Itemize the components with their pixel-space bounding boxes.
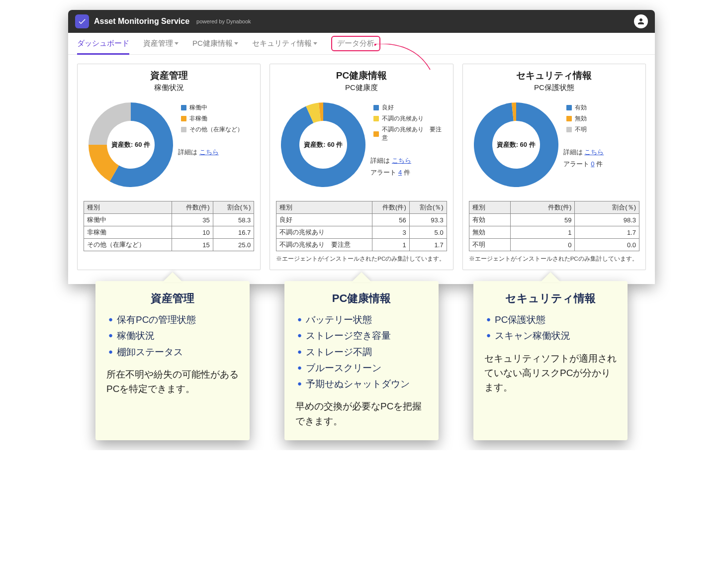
callout-bullet: PC保護状態 xyxy=(484,312,617,328)
detail-link[interactable]: こちら xyxy=(392,157,411,164)
callout-bullet: スキャン稼働状況 xyxy=(484,328,617,344)
chart-legend: 有効 無効 不明 xyxy=(566,103,639,134)
table-cell-percent: 1.7 xyxy=(575,226,639,239)
callout-bullet: 稼働状況 xyxy=(106,328,239,344)
dashboard-card: 資産管理 稼働状況 資産数: 60 件 稼働中 非稼働 その他（在庫など） 詳細… xyxy=(77,64,261,270)
table-header: 件数(件) xyxy=(510,201,575,214)
app-window: Asset Monitoring Service powered by Dyna… xyxy=(68,10,655,284)
callout-bullet: ブルースクリーン xyxy=(295,360,428,376)
nav-dashboard-label: ダッシュボード xyxy=(77,39,129,48)
table-cell-type: 有効 xyxy=(469,214,510,226)
table-cell-percent: 5.0 xyxy=(409,226,447,239)
dashboard: 資産管理 稼働状況 資産数: 60 件 稼働中 非稼働 その他（在庫など） 詳細… xyxy=(68,55,655,284)
callout-bullet: バッテリー状態 xyxy=(295,312,428,328)
table-cell-count: 1 xyxy=(510,226,575,239)
legend-label: 不調の兆候あり 要注意 xyxy=(382,125,447,142)
table-cell-type: 非稼働 xyxy=(84,226,172,239)
table-cell-type: 良好 xyxy=(276,214,372,226)
legend-item: その他（在庫など） xyxy=(181,125,254,134)
table-row: 稼働中 35 58.3 xyxy=(84,214,254,226)
alert-count-link[interactable]: 4 xyxy=(398,169,402,176)
table-row: 非稼働 10 16.7 xyxy=(84,226,254,239)
nav-data-analysis[interactable]: データ分析 xyxy=(331,36,380,51)
nav-security[interactable]: セキュリティ情報 xyxy=(252,33,317,54)
detail-line: 詳細は こちら xyxy=(178,148,254,157)
card-footnote: ※エージェントがインストールされたPCのみ集計しています。 xyxy=(276,255,447,263)
donut-segment xyxy=(89,102,131,145)
card-footnote: ※エージェントがインストールされたPCのみ集計しています。 xyxy=(469,255,639,263)
card-title: PC健康情報 xyxy=(276,69,447,82)
donut-chart: 資産数: 60 件 xyxy=(276,98,370,192)
table-cell-count: 10 xyxy=(172,226,213,239)
detail-line: 詳細は こちら xyxy=(563,148,639,157)
nav-pc-health[interactable]: PC健康情報 xyxy=(192,33,238,54)
nav-data-analysis-label: データ分析 xyxy=(337,39,374,48)
summary-table: 種別件数(件)割合(％) 有効 59 98.3 無効 1 1.7 不明 0 0.… xyxy=(469,201,639,251)
chevron-down-icon xyxy=(313,42,317,45)
legend-item: 不明 xyxy=(566,125,639,134)
app-title: Asset Monitoring Service xyxy=(94,17,189,26)
table-row: 不調の兆候あり 要注意 1 1.7 xyxy=(276,239,447,251)
table-header: 種別 xyxy=(84,201,172,214)
chevron-down-icon xyxy=(175,42,179,45)
callout-list: 保有PCの管理状態稼働状況棚卸ステータス xyxy=(106,312,239,360)
detail-link[interactable]: こちら xyxy=(199,148,219,156)
callout-bullet: 棚卸ステータス xyxy=(106,344,239,360)
nav-security-label: セキュリティ情報 xyxy=(252,39,312,48)
table-cell-type: 不調の兆候あり xyxy=(276,226,372,239)
callout-title: セキュリティ情報 xyxy=(484,291,617,306)
titlebar: Asset Monitoring Service powered by Dyna… xyxy=(68,10,655,33)
legend-color-icon xyxy=(181,127,186,132)
summary-table: 種別件数(件)割合(％) 稼働中 35 58.3 非稼働 10 16.7 その他… xyxy=(84,201,254,251)
table-cell-type: 不明 xyxy=(469,239,510,251)
table-cell-percent: 25.0 xyxy=(213,239,254,251)
legend-item: 非稼働 xyxy=(181,114,254,123)
table-header: 件数(件) xyxy=(372,201,409,214)
table-row: 無効 1 1.7 xyxy=(469,226,639,239)
legend-item: 有効 xyxy=(566,103,639,112)
legend-item: 良好 xyxy=(373,103,447,112)
card-title: 資産管理 xyxy=(84,69,254,82)
callout-description: セキュリティソフトが適用されていない高リスクPCが分かります。 xyxy=(484,351,617,395)
donut-chart: 資産数: 60 件 xyxy=(84,98,178,192)
callout-list: PC保護状態スキャン稼働状況 xyxy=(484,312,617,344)
legend-item: 無効 xyxy=(566,114,639,123)
table-row: その他（在庫など） 15 25.0 xyxy=(84,239,254,251)
table-cell-type: 無効 xyxy=(469,226,510,239)
legend-item: 稼働中 xyxy=(181,103,254,112)
donut-chart: 資産数: 60 件 xyxy=(469,98,563,192)
table-cell-count: 59 xyxy=(510,214,575,226)
legend-color-icon xyxy=(566,127,572,132)
table-header: 割合(％) xyxy=(409,201,447,214)
user-account-icon[interactable] xyxy=(634,14,648,28)
legend-color-icon xyxy=(373,116,379,121)
table-cell-count: 0 xyxy=(510,239,575,251)
table-header: 種別 xyxy=(469,201,510,214)
legend-color-icon xyxy=(181,116,186,121)
legend-item: 不調の兆候あり xyxy=(373,114,447,123)
table-row: 不調の兆候あり 3 5.0 xyxy=(276,226,447,239)
callout-bullet: ストレージ不調 xyxy=(295,344,428,360)
nav-dashboard[interactable]: ダッシュボード xyxy=(77,33,129,54)
callout-title: 資産管理 xyxy=(106,291,239,306)
alert-count-link[interactable]: 0 xyxy=(591,160,594,168)
navbar: ダッシュボード 資産管理 PC健康情報 セキュリティ情報 データ分析 xyxy=(68,33,655,55)
detail-link[interactable]: こちら xyxy=(584,148,604,156)
legend-color-icon xyxy=(373,105,379,110)
table-cell-percent: 16.7 xyxy=(213,226,254,239)
table-cell-count: 35 xyxy=(172,214,213,226)
table-header: 種別 xyxy=(276,201,372,214)
nav-pc-health-label: PC健康情報 xyxy=(192,39,233,48)
legend-item: 不調の兆候あり 要注意 xyxy=(373,125,447,142)
chevron-down-icon xyxy=(234,42,238,45)
app-logo-icon xyxy=(75,14,89,28)
nav-asset-management[interactable]: 資産管理 xyxy=(143,33,179,54)
table-cell-percent: 93.3 xyxy=(409,214,447,226)
callout-list: バッテリー状態ストレージ空き容量ストレージ不調ブルースクリーン予期せぬシャットダ… xyxy=(295,312,428,392)
table-cell-type: 不調の兆候あり 要注意 xyxy=(276,239,372,251)
table-cell-percent: 0.0 xyxy=(575,239,639,251)
detail-line: 詳細は こちら xyxy=(370,156,447,165)
card-subtitle: PC健康度 xyxy=(276,83,447,93)
table-cell-count: 15 xyxy=(172,239,213,251)
legend-color-icon xyxy=(373,131,379,137)
